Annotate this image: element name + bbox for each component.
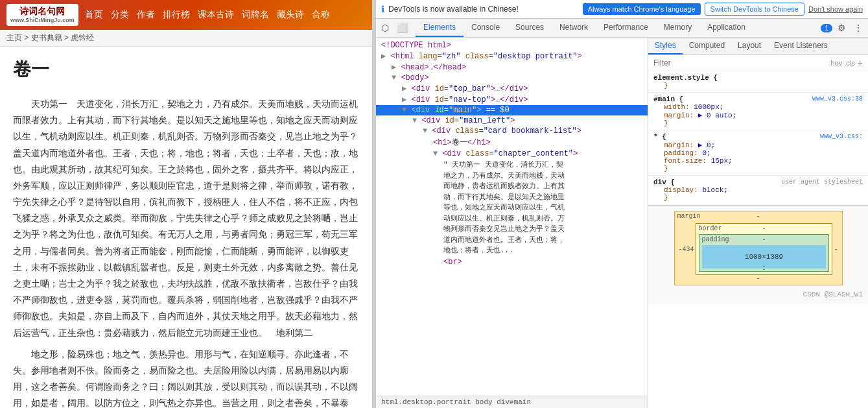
site-logo: 诗词名句网 www.ShiCiMingJu.com [6,4,78,26]
dom-line-body[interactable]: ▼ <body> [376,73,648,83]
nav-textbook[interactable]: 课本古诗 [198,9,234,21]
margin-left-val: -434 [677,246,696,253]
devtools-notification-bar: ℹ DevTools is now available in Chinese! … [376,0,868,19]
style-rule-div: div { user agent stylesheet display: blo… [648,176,868,205]
logo-sub-text: www.ShiCiMingJu.com [10,17,75,24]
logo-main-text: 诗词名句网 [19,6,65,17]
nav-author[interactable]: 作者 [137,9,155,21]
dom-line-h1[interactable]: <h1>卷一</h1> [376,136,648,149]
styles-filter-row: :hov .cls + [648,55,868,71]
content-size: 1000×1389 [745,253,783,261]
box-model-diagram: margin - -434 border - padd [674,211,843,285]
styles-tab-styles[interactable]: Styles [648,38,683,54]
tab-application[interactable]: Application [699,19,753,37]
nav-cipai[interactable]: 词牌名 [242,9,269,21]
tab-memory[interactable]: Memory [656,19,699,37]
dom-line-main[interactable]: ▼ <div id="main"> == $0 [376,105,648,115]
dom-line-text: " 天功第一 天道变化，消长万汇，契地之力，乃有成尔。天美而地贱，天动而地静，贵… [376,159,570,257]
style-rule-main: #main { www_v3.css:38 width: 1000px; mar… [648,93,868,130]
box-border: border - padding - 1000×1389 [696,223,833,275]
styles-tab-event-listeners[interactable]: Event Listeners [768,38,834,54]
dom-line-topbar[interactable]: ▶ <div id="top_bar">…</div> [376,83,648,94]
tab-network[interactable]: Network [552,19,596,37]
devtools-icon-group: ⬡ ⬜ [379,20,410,36]
margin-middle-row: -434 border - padding - [677,223,839,275]
more-options-icon[interactable]: ⋮ [851,20,865,36]
nav-acrostic[interactable]: 藏头诗 [277,9,304,21]
dom-line-doctype: <!DOCTYPE html> [376,40,648,51]
margin-right-val: - [832,246,839,253]
tab-console[interactable]: Console [463,19,508,37]
dont-show-button[interactable]: Don't show again [808,5,863,13]
border-top-val: - [762,225,766,232]
nav-combined[interactable]: 合称 [312,9,330,21]
info-icon: ℹ [381,4,384,14]
margin-bottom-val: - [677,275,839,282]
site-nav: 首页 分类 作者 排行榜 课本古诗 词牌名 藏头诗 合称 [85,9,330,21]
match-language-button[interactable]: Always match Chrome's language [583,3,701,15]
chapter-heading: 卷一 [13,53,359,86]
site-content: 卷一 天功第一 天道变化，消长万汇，契地之力，乃有成尔。天美而地贱，天动而运机而… [0,47,372,408]
style-rule-universal: * { www_v3.css: margin: ▶ 0; padding: 0;… [648,130,868,176]
settings-icon[interactable]: ⚙ [835,20,849,36]
border-bottom-val: - [762,266,766,273]
style-rule-element: element.style { } [648,71,868,93]
dom-line-mainleft[interactable]: ▼ <div id="main_left"> [376,115,648,126]
device-icon[interactable]: ⬜ [394,20,410,36]
styles-filter-input[interactable] [653,58,826,67]
dom-content: <!DOCTYPE html> ▶ <html lang="zh" class=… [376,38,648,396]
watermark: CSDN @SLASH_W1 [653,291,863,298]
nav-home[interactable]: 首页 [85,9,103,21]
inspect-icon[interactable]: ⬡ [379,20,392,36]
paragraph-2: 地之形，险易殊也；地之气，羡热异也。用形与气，在知逆顺寻。亦此逢者，不失。参用地… [13,346,359,408]
filter-hint-text: :hov .cls [828,59,854,67]
margin-label: margin [677,213,701,220]
devtools-main-area: <!DOCTYPE html> ▶ <html lang="zh" class=… [376,38,868,408]
dom-line-chapter[interactable]: ▼ <div class="chapter_content"> [376,149,648,159]
dom-breadcrumb-text: html.desktop.portrait body div#main [381,398,531,406]
padding-label: padding [702,236,729,243]
switch-chinese-button[interactable]: Switch DevTools to Chinese [705,3,804,16]
styles-tab-layout[interactable]: Layout [731,38,768,54]
box-model-section: margin - -434 border - padd [648,205,868,304]
styles-content: element.style { } #main { www_v3.css:38 … [648,71,868,408]
border-label: border [699,225,722,232]
dom-line-html[interactable]: ▶ <html lang="zh" class="desktop portrai… [376,51,648,62]
dom-line-card[interactable]: ▼ <div class="card bookmark-list"> [376,126,648,136]
devtools-right-icons: 1 ⚙ ⋮ [821,20,865,36]
dom-line-navtop[interactable]: ▶ <div id="nav-top">…</div> [376,94,648,105]
nav-ranking[interactable]: 排行榜 [163,9,190,21]
tab-elements[interactable]: Elements [416,19,463,37]
styles-tabs: Styles Computed Layout Event Listeners [648,38,868,55]
dom-line-br: <br> [376,257,648,267]
dom-line-head[interactable]: ▶ <head>…</head> [376,62,648,73]
dom-breadcrumb: html.desktop.portrait body div#main [376,396,648,408]
dom-panel: <!DOCTYPE html> ▶ <html lang="zh" class=… [376,38,648,408]
devtools-panel: ℹ DevTools is now available in Chinese! … [376,0,868,408]
devtools-tabs: ⬡ ⬜ Elements Console Sources Network Per… [376,19,868,38]
margin-top-val: - [756,213,760,220]
nav-category[interactable]: 分类 [111,9,129,21]
add-style-rule-button[interactable]: + [858,58,863,68]
tab-performance[interactable]: Performance [596,19,656,37]
breadcrumb: 主页 > 史书典籍 > 虎钤经 [0,30,372,47]
console-badge: 1 [821,24,832,32]
website-panel: 诗词名句网 www.ShiCiMingJu.com 首页 分类 作者 排行榜 课… [0,0,373,408]
notification-text: DevTools is now available in Chinese! [388,5,579,14]
tab-sources[interactable]: Sources [508,19,552,37]
site-header: 诗词名句网 www.ShiCiMingJu.com 首页 分类 作者 排行榜 课… [0,0,372,30]
paragraph-1: 天功第一 天道变化，消长万汇，契地之力，乃有成尔。天美而地贱，天动而运机而限者效… [13,96,359,341]
styles-panel: Styles Computed Layout Event Listeners :… [648,38,868,408]
box-margin: margin - -434 border - padd [674,211,843,285]
styles-tab-computed[interactable]: Computed [683,38,731,54]
padding-top-val: - [762,236,766,243]
